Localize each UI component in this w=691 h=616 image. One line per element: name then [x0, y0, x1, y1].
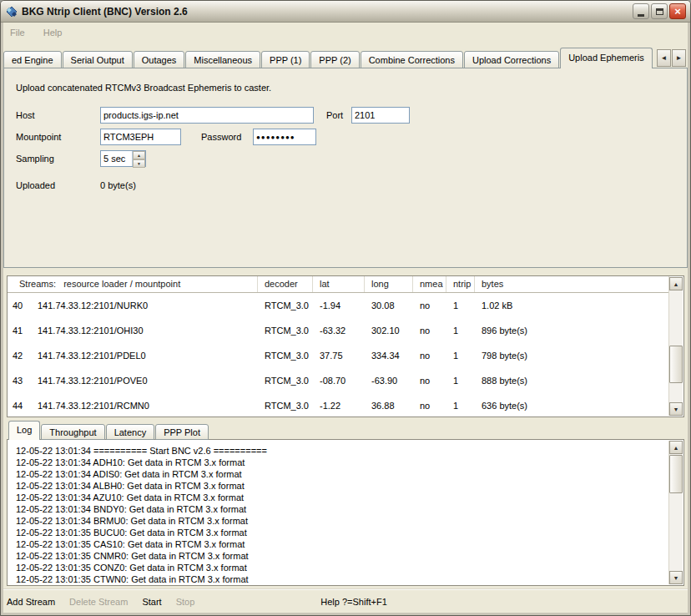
cell-nmea: no	[413, 318, 446, 343]
scroll-up-icon[interactable]: ▲	[669, 441, 683, 454]
maximize-icon	[656, 8, 663, 15]
log-line: 12-05-22 13:01:34 BRMU0: Get data in RTC…	[16, 515, 668, 527]
log-output: 12-05-22 13:01:34 ========== Start BNC v…	[8, 441, 668, 584]
add-stream-button[interactable]: Add Stream	[7, 597, 55, 607]
uploaded-label: Uploaded	[16, 180, 55, 190]
tab-outages[interactable]: Outages	[134, 51, 185, 68]
log-panel: 12-05-22 13:01:34 ========== Start BNC v…	[7, 439, 684, 586]
titlebar[interactable]: BKG Ntrip Client (BNC) Version 2.6 ×	[1, 1, 690, 23]
column-header-bytes: bytes	[475, 276, 669, 292]
cell-long: 302.10	[365, 318, 413, 343]
port-input[interactable]	[351, 107, 410, 124]
streams-scrollbar[interactable]: ▲ ▼	[668, 277, 683, 416]
cell-num: 40	[8, 293, 31, 318]
log-line: 12-05-22 13:01:34 BNDY0: Get data in RTC…	[16, 503, 668, 515]
column-header-long: long	[365, 276, 413, 292]
column-header-nmea: nmea	[413, 276, 446, 292]
log-line: 12-05-22 13:01:35 BUCU0: Get data in RTC…	[16, 527, 668, 538]
client-area: File Help ed EngineSerial OutputOutagesM…	[3, 23, 688, 613]
cell-ntrip: 1	[446, 368, 475, 393]
cell-bytes: 798 byte(s)	[475, 343, 669, 368]
host-label: Host	[16, 110, 35, 120]
cell-lat: -1.22	[313, 393, 365, 418]
cell-nmea: no	[413, 368, 446, 393]
tab-serial-output[interactable]: Serial Output	[63, 51, 133, 68]
streams-table-header: Streams: resource loader / mountpoint de…	[8, 276, 669, 293]
sampling-up-button[interactable]: ▲	[133, 151, 145, 159]
table-row[interactable]: 44141.74.33.12:2101/RCMN0RTCM_3.0-1.2236…	[8, 393, 669, 418]
maximize-button[interactable]	[651, 3, 668, 19]
log-line: 12-05-22 13:01:35 CTWN0: Get data in RTC…	[16, 573, 668, 584]
app-window: BKG Ntrip Client (BNC) Version 2.6 × Fil…	[0, 0, 691, 616]
tab-log[interactable]: Log	[8, 421, 40, 440]
scroll-down-icon[interactable]: ▼	[669, 571, 683, 584]
panel-description: Upload concatenated RTCMv3 Broadcast Eph…	[16, 83, 271, 93]
column-header-streams: Streams: resource loader / mountpoint	[8, 276, 258, 292]
close-button[interactable]: ×	[669, 3, 686, 19]
column-header-filler	[8, 292, 31, 293]
cell-ntrip: 1	[446, 293, 475, 318]
log-tabbar: LogThroughputLatencyPPP Plot	[8, 421, 209, 440]
scroll-up-icon[interactable]: ▲	[669, 277, 683, 290]
host-input[interactable]	[100, 107, 314, 124]
tab-latency[interactable]: Latency	[106, 424, 155, 440]
cell-decoder: RTCM_3.0	[258, 368, 313, 393]
cell-resource: 141.74.33.12:2101/OHI30	[31, 318, 258, 343]
tab-ed-engine[interactable]: ed Engine	[3, 51, 62, 68]
tab-throughput[interactable]: Throughput	[41, 424, 104, 440]
log-scroll-thumb[interactable]	[669, 455, 683, 493]
password-input[interactable]: ●●●●●●●●	[253, 129, 316, 145]
statusbar: Add Stream Delete Stream Start Stop Help…	[7, 593, 684, 610]
start-button[interactable]: Start	[142, 597, 161, 607]
sampling-value: 5 sec	[101, 151, 132, 166]
menu-file[interactable]: File	[10, 26, 32, 39]
cell-bytes: 896 byte(s)	[475, 318, 669, 343]
log-line: 12-05-22 13:01:34 ========== Start BNC v…	[16, 445, 668, 457]
menu-help[interactable]: Help	[43, 26, 69, 39]
column-header-ntrip: ntrip	[446, 276, 475, 292]
tab-scroll-arrows: ◄ ►	[656, 49, 686, 67]
tab-scroll-right-button[interactable]: ►	[672, 49, 686, 67]
table-row[interactable]: 42141.74.33.12:2101/PDEL0RTCM_3.037.7533…	[8, 343, 669, 368]
cell-long: 334.34	[365, 343, 413, 368]
cell-nmea: no	[413, 393, 446, 418]
cell-decoder: RTCM_3.0	[258, 343, 313, 368]
streams-table-body: 40141.74.33.12:2101/NURK0RTCM_3.0-1.9430…	[8, 293, 683, 418]
table-row[interactable]: 41141.74.33.12:2101/OHI30RTCM_3.0-63.323…	[8, 318, 669, 343]
main-tabbar: ed EngineSerial OutputOutagesMiscellaneo…	[3, 48, 688, 68]
mountpoint-input[interactable]	[100, 129, 181, 145]
main-tabs: ed EngineSerial OutputOutagesMiscellaneo…	[3, 48, 653, 68]
tab-ppp-plot[interactable]: PPP Plot	[155, 424, 209, 440]
minimize-button[interactable]	[633, 3, 649, 19]
cell-num: 41	[8, 318, 31, 343]
table-row[interactable]: 40141.74.33.12:2101/NURK0RTCM_3.0-1.9430…	[8, 293, 669, 318]
tab-ppp-1[interactable]: PPP (1)	[261, 51, 310, 68]
table-row[interactable]: 43141.74.33.12:2101/POVE0RTCM_3.0-08.70-…	[8, 368, 669, 393]
sampling-down-button[interactable]: ▼	[133, 159, 145, 168]
cell-long: 30.08	[365, 293, 413, 318]
cell-lat: -08.70	[313, 368, 365, 393]
cell-nmea: no	[413, 343, 446, 368]
tab-miscellaneous[interactable]: Miscellaneous	[185, 51, 260, 68]
port-label: Port	[326, 110, 343, 120]
tab-upload-corrections[interactable]: Upload Corrections	[464, 51, 559, 68]
streams-scroll-thumb[interactable]	[669, 346, 683, 383]
scroll-down-icon[interactable]: ▼	[669, 402, 683, 416]
help-shortcut-text: Help ?=Shift+F1	[320, 597, 387, 607]
sampling-label: Sampling	[16, 154, 54, 164]
log-line: 12-05-22 13:01:35 CAS10: Get data in RTC…	[16, 538, 668, 550]
delete-stream-button[interactable]: Delete Stream	[69, 597, 128, 607]
tab-ppp-2[interactable]: PPP (2)	[310, 51, 359, 68]
log-line: 12-05-22 13:01:35 CONZ0: Get data in RTC…	[16, 562, 668, 573]
sampling-spinbox[interactable]: 5 sec ▲ ▼	[100, 150, 146, 167]
tab-scroll-left-button[interactable]: ◄	[657, 49, 671, 67]
tab-upload-ephemeris[interactable]: Upload Ephemeris	[560, 48, 653, 68]
log-scrollbar[interactable]: ▲ ▼	[668, 441, 683, 584]
stop-button[interactable]: Stop	[176, 597, 195, 607]
cell-num: 43	[8, 368, 31, 393]
log-line: 12-05-22 13:01:34 ADIS0: Get data in RTC…	[16, 468, 668, 480]
cell-ntrip: 1	[446, 343, 475, 368]
streams-table: Streams: resource loader / mountpoint de…	[7, 275, 684, 417]
cell-resource: 141.74.33.12:2101/RCMN0	[31, 393, 258, 418]
tab-combine-corrections[interactable]: Combine Corrections	[361, 51, 463, 68]
